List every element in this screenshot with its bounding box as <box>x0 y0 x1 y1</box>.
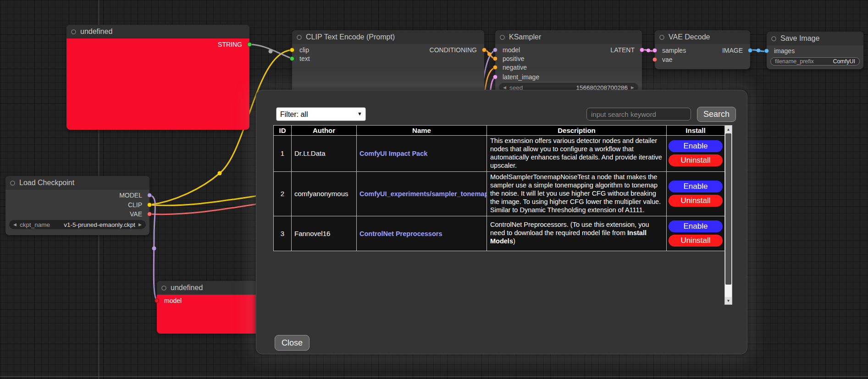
image-port-dot[interactable] <box>764 49 769 53</box>
decrement-icon[interactable]: ◀ <box>13 223 17 227</box>
output-port-vae: VAE <box>6 210 149 218</box>
table-row: 3 Fannovel16 ControlNet Preprocessors Co… <box>274 216 725 251</box>
collapse-dot-icon[interactable] <box>771 36 776 41</box>
search-button[interactable]: Search <box>697 107 736 122</box>
header-author: Author <box>292 126 357 136</box>
conditioning-port-dot[interactable] <box>493 65 498 70</box>
cell-id: 1 <box>274 136 292 172</box>
link-dot-string <box>269 49 273 54</box>
node-title: CLIP Text Encode (Prompt) <box>306 33 395 41</box>
header-id: ID <box>274 126 292 136</box>
clip-port-dot[interactable] <box>147 203 152 207</box>
node-save-image[interactable]: Save Image images filename_prefix ComfyU… <box>767 32 863 69</box>
increment-icon[interactable]: ▶ <box>631 86 634 90</box>
node-title: Load Checkpoint <box>19 179 74 187</box>
link-dot-image <box>757 49 760 52</box>
canvas-axis-horizontal <box>0 376 868 377</box>
output-port-conditioning: CONDITIONING <box>292 46 484 54</box>
node-title: KSampler <box>509 33 541 41</box>
conditioning-port-dot[interactable] <box>493 56 498 61</box>
model-port-dot[interactable] <box>147 193 152 198</box>
node-body: MODEL CLIP VAE ◀ ckpt_name v1-5-pruned-e… <box>6 190 149 235</box>
node-vae-decode[interactable]: VAE Decode samples vae IMAGE <box>655 30 750 69</box>
cell-description: ControlNet Preprocessors. (To use this e… <box>487 216 667 251</box>
conditioning-port-dot[interactable] <box>482 48 487 52</box>
cell-id: 3 <box>274 216 292 251</box>
node-title: Save Image <box>780 34 819 43</box>
scroll-up-icon[interactable]: ▲ <box>725 126 732 133</box>
cell-description: ModelSamplerTonemapNoiseTest a node that… <box>487 171 667 216</box>
latent-port-dot[interactable] <box>640 48 644 52</box>
table-row: 2 comfyanonymous ComfyUI_experiments/sam… <box>274 171 725 216</box>
link-dot-latent <box>647 49 650 52</box>
input-port-negative: negative <box>495 63 642 71</box>
collapse-dot-icon[interactable] <box>10 181 15 186</box>
vae-port-dot[interactable] <box>652 57 657 62</box>
cell-author: Dr.Lt.Data <box>292 136 357 172</box>
output-port-clip: CLIP <box>6 201 149 209</box>
decrement-icon[interactable]: ◀ <box>503 86 506 90</box>
increment-icon[interactable]: ▶ <box>138 223 142 227</box>
node-title-bar: VAE Decode <box>655 30 750 44</box>
collapse-dot-icon[interactable] <box>500 35 505 40</box>
ckpt-name-widget[interactable]: ◀ ckpt_name v1-5-pruned-emaonly.ckpt ▶ <box>9 220 146 229</box>
link-dot-model <box>152 247 156 251</box>
cell-install: Enable Uninstall <box>667 171 725 216</box>
link-dot-conditioning <box>487 52 491 56</box>
cell-install: Enable Uninstall <box>667 136 725 172</box>
input-port-vae: vae <box>655 55 750 64</box>
collapse-dot-icon[interactable] <box>297 35 302 40</box>
table-scrollbar[interactable]: ▲ ▼ <box>724 125 732 305</box>
collapse-dot-icon[interactable] <box>161 286 166 291</box>
enable-button[interactable]: Enable <box>669 140 723 152</box>
search-input[interactable] <box>586 108 691 121</box>
latent-port-dot[interactable] <box>493 75 498 79</box>
link-dot-clip <box>218 171 222 176</box>
node-undefined-top[interactable]: undefined STRING <box>66 25 249 130</box>
cell-description: This extension offers various detector n… <box>487 136 667 172</box>
close-button[interactable]: Close <box>275 335 310 351</box>
extension-link[interactable]: ComfyUI_experiments/sampler_tonemap <box>359 190 487 198</box>
vae-port-dot[interactable] <box>147 212 152 216</box>
collapse-dot-icon[interactable] <box>71 29 76 34</box>
extension-link[interactable]: ControlNet Preprocessors <box>359 230 442 237</box>
node-body: STRING <box>66 38 249 130</box>
node-body: images filename_prefix ComfyUI <box>767 45 863 69</box>
cell-name: ComfyUI Impact Pack <box>357 136 487 172</box>
input-port-positive: positive <box>495 55 642 63</box>
uninstall-button[interactable]: Uninstall <box>669 154 723 166</box>
header-install: Install <box>667 126 725 136</box>
node-body: samples vae IMAGE <box>655 44 750 69</box>
wire-string-to-text <box>249 44 292 59</box>
node-load-checkpoint[interactable]: Load Checkpoint MODEL CLIP VAE ◀ ckpt_na… <box>6 176 149 235</box>
string-port-dot[interactable] <box>290 56 294 61</box>
uninstall-button[interactable]: Uninstall <box>669 235 723 247</box>
filename-prefix-widget[interactable]: filename_prefix ComfyUI <box>770 57 860 66</box>
scrollbar-thumb[interactable] <box>725 133 731 285</box>
cell-author: Fannovel16 <box>292 216 357 251</box>
output-port-model: MODEL <box>6 191 149 199</box>
custom-nodes-dialog: Filter: all ▼ Search ID Author Name Desc… <box>256 90 747 354</box>
scroll-down-icon[interactable]: ▼ <box>725 297 732 304</box>
filter-select-wrap: Filter: all ▼ <box>276 107 366 121</box>
model-port-dot[interactable] <box>155 298 159 303</box>
header-name: Name <box>357 126 487 136</box>
output-port-image: IMAGE <box>655 46 750 55</box>
string-port-dot[interactable] <box>247 42 252 47</box>
cell-install: Enable Uninstall <box>667 216 725 251</box>
uninstall-button[interactable]: Uninstall <box>669 195 723 207</box>
filter-select[interactable]: Filter: all <box>276 107 366 121</box>
table-header-row: ID Author Name Description Install <box>274 126 725 136</box>
node-title: undefined <box>171 284 203 292</box>
cell-id: 2 <box>274 171 292 216</box>
enable-button[interactable]: Enable <box>669 181 723 192</box>
node-title-bar: Load Checkpoint <box>6 176 149 190</box>
input-port-text: text <box>292 55 484 63</box>
node-title-bar: undefined <box>66 25 249 38</box>
collapse-dot-icon[interactable] <box>659 35 664 40</box>
cell-name: ComfyUI_experiments/sampler_tonemap <box>357 171 487 216</box>
output-port-latent: LATENT <box>495 46 642 54</box>
extension-link[interactable]: ComfyUI Impact Pack <box>359 150 427 157</box>
enable-button[interactable]: Enable <box>669 220 723 232</box>
image-port-dot[interactable] <box>748 48 752 53</box>
